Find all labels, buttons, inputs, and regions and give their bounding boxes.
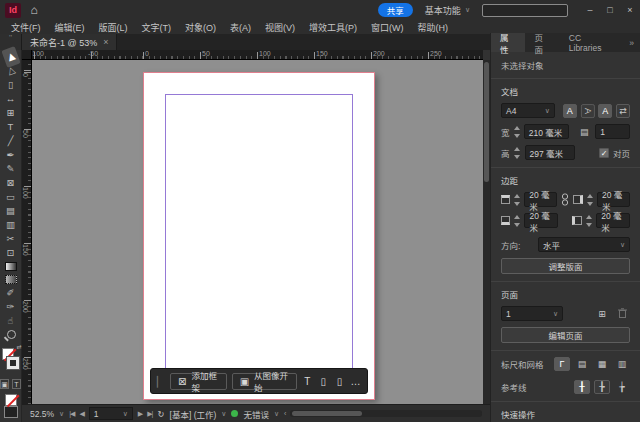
formatting-text-button[interactable]: T <box>12 379 21 389</box>
free-transform-tool[interactable]: ⊡ <box>2 246 20 260</box>
width-field[interactable]: 210 毫米 <box>524 124 569 139</box>
orientation-landscape-icon[interactable]: A <box>581 104 595 118</box>
screen-mode-button[interactable] <box>4 406 18 418</box>
show-guides-icon[interactable]: ╂ <box>574 380 590 394</box>
baseline-grid-icon[interactable]: ▤ <box>574 357 590 371</box>
binding-right-icon[interactable]: ⇄ <box>616 104 630 118</box>
menu-item[interactable]: 文字(T) <box>135 21 179 34</box>
share-button[interactable]: 共享 <box>378 3 413 17</box>
page-size-select[interactable]: A4 ∨ <box>501 103 555 118</box>
swap-fill-stroke-icon[interactable]: ⇄ <box>16 343 21 350</box>
horizontal-ruler[interactable]: -100-50050100150200250300 <box>32 50 483 60</box>
tab-pages[interactable]: 页面 <box>525 33 559 52</box>
stroke-swatch[interactable] <box>7 357 19 369</box>
delete-page-icon[interactable] <box>614 307 630 321</box>
hand-tool[interactable]: ☝ <box>2 314 20 328</box>
preflight-preset[interactable]: [基本] (工作) <box>170 408 217 420</box>
scroll-left-arrow[interactable]: ‹ <box>284 410 285 417</box>
menu-item[interactable]: 增效工具(P) <box>302 21 364 34</box>
link-margins-icon[interactable] <box>561 193 569 206</box>
gradient-feather-tool[interactable] <box>5 275 17 284</box>
add-page-icon[interactable]: ⊞ <box>594 307 610 321</box>
horizontal-scrollbar[interactable] <box>290 410 482 417</box>
more-options-icon[interactable]: … <box>350 376 361 387</box>
edit-pages-button[interactable]: 编辑页面 <box>501 327 630 343</box>
vertical-scrollbar-thumb[interactable] <box>484 62 489 182</box>
minimize-button[interactable]: – <box>580 5 600 15</box>
zoom-chevron-icon[interactable]: ∨ <box>59 410 64 418</box>
formatting-container-button[interactable]: ▣ <box>0 379 9 389</box>
margin-top-stepper[interactable] <box>514 194 520 206</box>
taskbar-grip[interactable]: ▏ <box>157 376 165 387</box>
menu-item[interactable]: 窗口(W) <box>364 21 411 34</box>
vertical-grid-tool[interactable]: ▥ <box>2 218 20 232</box>
note-tool[interactable]: ✐ <box>2 286 20 300</box>
menu-item[interactable]: 版面(L) <box>92 21 135 34</box>
binding-left-icon[interactable]: A <box>598 104 612 118</box>
zoom-level[interactable]: 52.5% <box>30 409 54 419</box>
search-input[interactable] <box>482 4 568 17</box>
tab-properties[interactable]: 属性 <box>491 33 525 52</box>
horizontal-scrollbar-thumb[interactable] <box>292 411 362 416</box>
menu-item[interactable]: 对象(O) <box>178 21 223 34</box>
tab-close-icon[interactable]: × <box>103 37 108 47</box>
start-from-image-button[interactable]: ▣ 从图像开始 <box>232 373 297 390</box>
preflight-chevron-icon[interactable]: ∨ <box>274 410 279 418</box>
apply-none-swatch[interactable] <box>5 394 17 406</box>
facing-pages-checkbox[interactable]: ✓ <box>599 148 609 158</box>
eyedropper-tool[interactable]: ✑ <box>2 300 20 314</box>
margin-top-field[interactable]: 20 毫米 <box>524 192 557 207</box>
pencil-tool[interactable]: ✎ <box>2 162 20 176</box>
add-frame-button[interactable]: ⊠ 添加框架 <box>170 373 227 390</box>
page-icon[interactable]: ▯ <box>318 376 329 387</box>
last-page-button[interactable]: ▶| <box>147 410 152 418</box>
pen-tool[interactable]: ✒ <box>2 148 20 162</box>
content-collector-tool[interactable]: ⊞ <box>2 106 20 120</box>
vertical-scrollbar[interactable] <box>483 60 490 404</box>
margin-bottom-stepper[interactable] <box>514 215 520 227</box>
smart-guides-icon[interactable]: ╆ <box>614 380 630 394</box>
close-button[interactable]: × <box>620 5 640 15</box>
vertical-ruler[interactable]: 050100150200250 <box>22 60 32 404</box>
height-stepper[interactable] <box>514 147 521 159</box>
layout-grid-icon[interactable]: ▥ <box>614 357 630 371</box>
height-field[interactable]: 297 毫米 <box>525 145 575 160</box>
home-icon[interactable]: ⌂ <box>21 3 47 17</box>
margin-right-field[interactable]: 20 毫米 <box>597 192 630 207</box>
width-stepper[interactable] <box>514 126 520 138</box>
scissors-tool[interactable]: ✂ <box>2 232 20 246</box>
page-number-field[interactable]: 1 ∨ <box>89 407 133 420</box>
workspace-switcher[interactable]: 基本功能 ∨ <box>425 4 470 17</box>
preset-chevron-icon[interactable]: ∨ <box>221 410 226 418</box>
frame-tool[interactable]: ⊠ <box>2 176 20 190</box>
type-tool[interactable]: T <box>2 120 20 134</box>
current-page-select[interactable]: 1 ∨ <box>501 306 563 321</box>
zoom-tool[interactable] <box>2 328 20 342</box>
text-tool-icon[interactable]: T <box>302 376 313 387</box>
first-page-button[interactable]: |◀ <box>69 410 74 418</box>
menu-item[interactable]: 帮助(H) <box>411 21 456 34</box>
orientation-portrait-icon[interactable]: A <box>563 104 577 118</box>
maximize-button[interactable]: □ <box>600 5 620 15</box>
adjust-layout-button[interactable]: 调整版面 <box>501 258 630 274</box>
horizontal-grid-tool[interactable]: ▤ <box>2 204 20 218</box>
menu-item[interactable]: 表(A) <box>223 21 258 34</box>
menu-item[interactable]: 视图(V) <box>258 21 302 34</box>
margin-left-stepper[interactable] <box>586 215 592 227</box>
tab-cc-libraries[interactable]: CC Libraries <box>560 33 624 52</box>
menu-item[interactable]: 编辑(E) <box>48 21 92 34</box>
gap-tool[interactable]: ↔ <box>2 92 20 106</box>
document-tab[interactable]: 未命名-1 @ 53% × <box>22 34 117 50</box>
rectangle-tool[interactable]: ▭ <box>2 190 20 204</box>
panel-collapse-icon[interactable]: » <box>623 33 640 52</box>
lock-guides-icon[interactable]: ╊ <box>594 380 610 394</box>
margin-bottom-field[interactable]: 20 毫米 <box>524 213 558 228</box>
menu-item[interactable]: 文件(F) <box>4 21 48 34</box>
ruler-origin-corner[interactable] <box>22 50 32 60</box>
show-rulers-icon[interactable]: Γ <box>554 357 570 371</box>
next-page-button[interactable]: ▶ <box>138 410 142 418</box>
margin-right-stepper[interactable] <box>587 194 593 206</box>
page-count-field[interactable]: 1 <box>595 124 630 139</box>
previous-page-button[interactable]: ◀ <box>79 410 83 418</box>
line-tool[interactable]: ╱ <box>2 134 20 148</box>
